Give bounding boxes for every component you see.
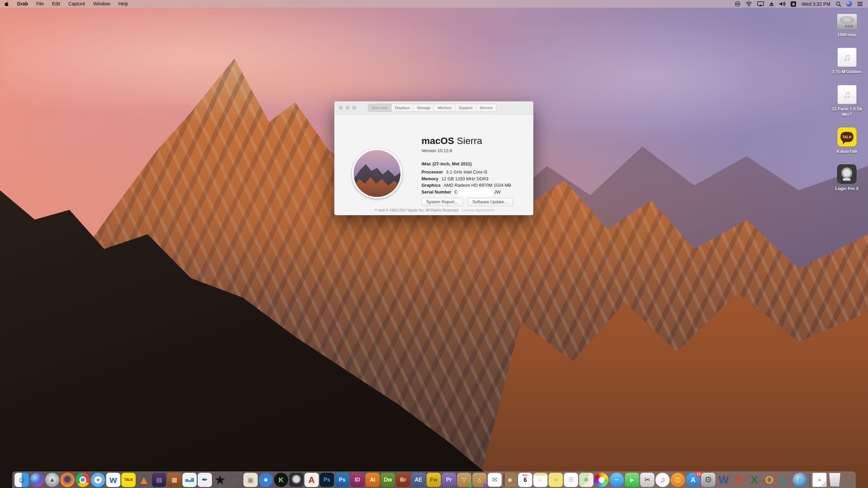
dock-launchpad-icon[interactable]: ▲: [45, 473, 59, 487]
dock-document-icon[interactable]: ▪: [812, 473, 827, 487]
dock-word-icon[interactable]: W: [716, 473, 731, 487]
eject-icon[interactable]: [768, 0, 775, 8]
menu-window[interactable]: Window: [89, 0, 114, 8]
dock-itunes-icon[interactable]: ♫: [655, 473, 670, 487]
dock-photoshop-cc-icon[interactable]: Ps: [320, 473, 334, 487]
wattpad-w-glyph: w: [110, 475, 117, 485]
dock-stickies-icon[interactable]: ≈: [549, 473, 563, 487]
dock-iweb-icon[interactable]: ▣: [243, 473, 258, 487]
close-button[interactable]: [339, 106, 343, 110]
license-agreement-link[interactable]: License Agreement: [462, 208, 494, 212]
dock-photoshop-cs-icon[interactable]: Ps: [335, 473, 349, 487]
volume-icon[interactable]: [778, 0, 787, 8]
dock-pages-icon[interactable]: ✒: [198, 473, 212, 487]
adobe-creative-cloud-icon[interactable]: [734, 0, 742, 8]
tab-memory[interactable]: Memory: [434, 104, 455, 111]
menu-edit[interactable]: Edit: [48, 0, 64, 8]
dock-bridge-icon[interactable]: Br: [396, 473, 410, 487]
software-update-button[interactable]: Software Update…: [468, 198, 513, 206]
dock-notes-icon[interactable]: ≡: [533, 473, 548, 487]
spec-memory: Memory12 GB 1333 MHz DDR3: [421, 176, 511, 182]
bridge-shape: Br: [396, 473, 410, 487]
dock-indesign-icon[interactable]: ID: [350, 473, 364, 487]
logic-pro-shape: [289, 473, 303, 487]
dock-idvd-icon[interactable]: [259, 473, 273, 487]
dock-finder-icon[interactable]: ☺: [15, 473, 29, 487]
dock-stuffit-expander-icon[interactable]: ▽: [457, 473, 471, 487]
dock-facetime-icon[interactable]: ▮▸: [625, 473, 639, 487]
tab-service[interactable]: Service: [476, 104, 496, 111]
dock-wattpad-w-icon[interactable]: w: [106, 473, 120, 487]
dock-imovie-icon[interactable]: ★: [213, 473, 227, 487]
desktop-icon-logic-pro-x[interactable]: ↗Logic Pro X: [835, 164, 859, 191]
dock-contacts-icon[interactable]: ☻: [503, 473, 517, 487]
spotlight-icon[interactable]: [835, 0, 842, 8]
dock-after-effects-icon[interactable]: AE: [411, 473, 426, 487]
dock-firefox-icon[interactable]: [60, 473, 75, 487]
apple-menu[interactable]: [0, 1, 13, 6]
dock-ibooks-icon[interactable]: ◫: [671, 473, 685, 487]
window-titlebar[interactable]: OverviewDisplaysStorageMemorySupportServ…: [334, 101, 533, 115]
dock-app-store-icon[interactable]: A13: [686, 473, 700, 487]
dock-mail-icon[interactable]: ✉: [488, 473, 502, 487]
download-manager-glyph: ⬇: [797, 477, 802, 483]
dock-reminders-icon[interactable]: ☰: [564, 473, 578, 487]
dock-fireworks-icon[interactable]: Fw: [427, 473, 441, 487]
menu-bar-clock[interactable]: Wed 3:32 PM: [800, 1, 832, 7]
desktop-icon-1000-mac[interactable]: 1000-mac: [837, 14, 857, 38]
dock-maps-icon[interactable]: ⊙: [579, 473, 593, 487]
dock-system-preferences-icon[interactable]: ⚙: [701, 473, 715, 487]
dock-toast-icon[interactable]: ▤: [152, 473, 166, 487]
dock-trash-icon[interactable]: [828, 473, 842, 487]
dock-logic-pro-icon[interactable]: [289, 473, 303, 487]
tab-overview[interactable]: Overview: [368, 104, 391, 111]
dock-powerpoint-icon[interactable]: P: [732, 473, 746, 487]
dock-premiere-icon[interactable]: Pr: [442, 473, 456, 487]
airplay-display-icon[interactable]: [756, 0, 765, 8]
dock-download-manager-icon[interactable]: ⬇: [793, 473, 807, 487]
dock-numbers-icon[interactable]: ▅▃▇: [182, 473, 197, 487]
dock-messages-icon[interactable]: •••: [610, 473, 624, 487]
garageband-glyph: ♬: [230, 474, 241, 485]
dock-dreamweaver-icon[interactable]: Dw: [381, 473, 395, 487]
dock-siri-icon[interactable]: [30, 473, 44, 487]
dock-vlc-icon[interactable]: ▲: [137, 473, 151, 487]
menu-capture[interactable]: Capture: [64, 0, 89, 8]
dock-safari-icon[interactable]: ➤: [91, 473, 105, 487]
dock-outlook-icon[interactable]: O: [762, 473, 776, 487]
menu-help[interactable]: Help: [114, 0, 132, 8]
dock-excel-icon[interactable]: X: [747, 473, 761, 487]
siri-icon[interactable]: [845, 0, 853, 8]
dock-lync-icon[interactable]: L: [777, 473, 792, 487]
wifi-icon[interactable]: [745, 0, 753, 8]
dock-acrobat-icon[interactable]: A: [304, 473, 319, 487]
kakaotalk-glyph: TALK: [124, 478, 133, 482]
menu-grab[interactable]: Grab: [13, 0, 32, 8]
input-source-icon[interactable]: A: [790, 0, 797, 8]
kakaotalk-shape: TALK: [121, 473, 136, 487]
creative-cloud-glyph: [735, 1, 741, 7]
desktop-icon-12-parle-t-il-de-moi[interactable]: ♫12 Parle-T-Il De Moi?: [828, 85, 866, 118]
dock-illustrator-icon[interactable]: Ai: [366, 473, 380, 487]
dock-kakaotalk-icon[interactable]: TALK: [121, 473, 136, 487]
dock-photos-icon[interactable]: [594, 473, 609, 487]
launchpad-glyph: ▲: [50, 477, 55, 483]
dock-chrome-icon[interactable]: [76, 473, 90, 487]
zoom-button[interactable]: [352, 106, 356, 110]
tab-support[interactable]: Support: [455, 104, 476, 111]
desktop-icon-kakaotalk[interactable]: TALKKakaoTalk: [836, 127, 857, 154]
tab-storage[interactable]: Storage: [413, 104, 434, 111]
dock-calendar-icon[interactable]: NOV6: [518, 473, 532, 487]
system-report-button[interactable]: System Report…: [421, 198, 463, 206]
dock-keynote-icon[interactable]: ▦: [167, 473, 181, 487]
minimize-button[interactable]: [346, 106, 350, 110]
dock-k-media-app-icon[interactable]: K: [274, 473, 288, 487]
k-media-app-shape: K: [274, 473, 288, 487]
dock-grab-icon[interactable]: ✂: [640, 473, 654, 487]
menu-file[interactable]: File: [32, 0, 48, 8]
tab-displays[interactable]: Displays: [391, 104, 413, 111]
dock-garageband-icon[interactable]: ♬: [228, 473, 242, 487]
notification-center-icon[interactable]: [856, 0, 864, 8]
desktop-icon-1-tu-m-oublies[interactable]: ♫1 Tu M'Oublies: [832, 48, 862, 75]
dock-stuffit-dropstuff-icon[interactable]: △: [472, 473, 487, 487]
